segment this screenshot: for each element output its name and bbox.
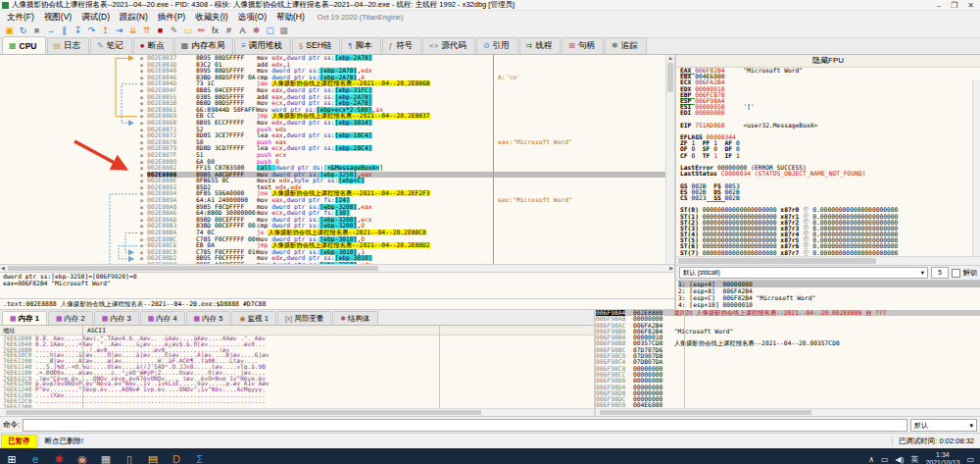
menu-item[interactable]: 视图(V): [39, 11, 76, 23]
disasm-row[interactable]: ● 002E8882 FF15 C87B3500 call dword ptr …: [0, 165, 666, 172]
breakpoint-dot[interactable]: ●: [140, 223, 143, 229]
disasm-row[interactable]: ● 002E88A6 64:8B0D 30000000 mov ecx,dwor…: [0, 210, 666, 217]
breakpoint-dot[interactable]: ●: [140, 127, 143, 132]
disasm-row[interactable]: ● 002E88D2 8B95 F0CFFFFF mov edx,dword p…: [0, 255, 666, 262]
tray-chevron-icon[interactable]: ∧: [868, 455, 874, 464]
display-icon[interactable]: ▭: [881, 455, 889, 464]
breakpoint-dot[interactable]: ●: [140, 145, 143, 151]
run-icon[interactable]: →: [44, 25, 57, 36]
breakpoint-dot[interactable]: ●: [140, 120, 143, 126]
disasm-row[interactable]: ● 002E8861 66:89844D 50FAFFFF mov word p…: [0, 107, 666, 114]
window-icon[interactable]: ▢: [264, 25, 276, 36]
argument-row[interactable]: 1: [esp+4] 00000000: [678, 281, 980, 287]
tab-断点[interactable]: ● 断点: [133, 37, 173, 54]
fx-icon[interactable]: fx: [209, 25, 221, 36]
open-file-icon[interactable]: ▣: [3, 25, 16, 36]
disasm-row[interactable]: ● 002E884D 73 1C jae 人像摄影协会线上课程报名表--2021…: [0, 80, 666, 87]
edge-icon[interactable]: e: [24, 448, 47, 464]
breakpoint-dot[interactable]: ●: [140, 62, 143, 68]
breakpoint-dot[interactable]: ●: [140, 68, 143, 74]
disasm-row[interactable]: ● 002E8872 8D85 3CE7FFFF lea eax,dword p…: [0, 132, 666, 139]
disasm-row[interactable]: ● 002E88C8 C785 F0CFFFFF 01000000 mov dw…: [0, 249, 666, 256]
arg-count-spinner[interactable]: 5: [931, 267, 949, 279]
breakpoint-dot[interactable]: ●: [140, 210, 143, 216]
dump-tab-内存 2[interactable]: ▦ 内存 2: [48, 311, 93, 325]
hash-icon[interactable]: #: [222, 25, 235, 36]
registers-vertical-scrollbar[interactable]: [972, 79, 980, 256]
tab-脚本[interactable]: ¶ 脚本: [341, 37, 380, 54]
close-button[interactable]: ✕: [967, 1, 974, 10]
menu-item[interactable]: 文件(F): [2, 11, 39, 23]
disasm-row[interactable]: ● 002E88BC C785 F0CFFFFF 00000000 mov dw…: [0, 236, 666, 243]
pause-icon[interactable]: ∥: [58, 25, 71, 36]
disasm-row[interactable]: ● 002E88C6 EB 0A jmp 人像摄影协会线上课程报名表--2021…: [0, 242, 666, 249]
disasm-row[interactable]: ● 002E8869 EB CC jmp 人像摄影协会线上课程报名表--2021…: [0, 113, 666, 120]
breakpoint-icon[interactable]: ■: [154, 25, 167, 36]
breakpoint-dot[interactable]: ●: [140, 94, 143, 100]
menu-item[interactable]: 插件(P): [153, 11, 190, 23]
register-line[interactable]: ST(7) 00000000000000000000 x87r7 空 0.000…: [680, 250, 980, 256]
disasm-row[interactable]: ● 002E8894 0F85 596A0000 jne 人像摄影协会线上课程报…: [0, 190, 666, 197]
dump-tab-内存 1[interactable]: ▦ 内存 1: [2, 311, 47, 325]
memory-dump-pane[interactable]: 地址ASCII 76E61000 8.8. Aæv.....Aæv(.".TAæ…: [0, 326, 594, 416]
tab-笔记[interactable]: ✎ 笔记: [90, 37, 132, 54]
disasm-row[interactable]: ● 002E8878 50 push eax eax:"Microsoft Wo…: [0, 139, 666, 146]
disasm-vertical-scrollbar[interactable]: ▲: [665, 55, 674, 264]
breakpoint-dot[interactable]: ●: [140, 230, 143, 235]
menu-item[interactable]: 收藏夹(I): [190, 11, 233, 23]
tab-符号[interactable]: ƒ 符号: [382, 37, 421, 54]
breakpoint-dot[interactable]: ●: [140, 255, 143, 261]
maximize-button[interactable]: ❐: [951, 1, 957, 10]
call-arguments-pane[interactable]: 1: [esp+4] 000000002: [esp+8] 006FA2B43:…: [676, 281, 980, 310]
restart-icon[interactable]: ↻: [17, 25, 29, 36]
breakpoint-dot[interactable]: ●: [140, 172, 143, 178]
breakpoint-dot[interactable]: ●: [140, 242, 143, 248]
breakpoint-dot[interactable]: ●: [140, 55, 143, 61]
stack-view-select[interactable]: 默认▾: [910, 419, 977, 432]
breakpoint-dot[interactable]: ●: [140, 178, 143, 183]
x32dbg-bug-icon[interactable]: ✱: [47, 448, 71, 464]
breakpoint-dot[interactable]: ●: [140, 165, 143, 171]
tab-内存布局[interactable]: ▦ 内存布局: [174, 37, 234, 54]
registers-pane[interactable]: EAX 006F82B4 "Microsoft Word"EBX 004E600…: [676, 68, 980, 256]
disasm-row[interactable]: ● 002E8871 52 push edx: [0, 127, 666, 133]
breakpoint-dot[interactable]: ●: [140, 132, 143, 138]
breakpoint-dot[interactable]: ●: [140, 113, 143, 119]
animate-icon[interactable]: ⇊: [126, 25, 139, 36]
tab-源代码[interactable]: <> 源代码: [422, 37, 475, 54]
breakpoint-dot[interactable]: ●: [140, 236, 143, 242]
disasm-row[interactable]: ● 002E8855 0385 88D5FFFF add eax,dword p…: [0, 94, 666, 101]
breakpoint-dot[interactable]: ●: [140, 75, 143, 80]
tab-线程[interactable]: ⇉ 线程: [519, 37, 562, 54]
argument-row[interactable]: 3: [esp+C] 006F82B4 "Microsoft Word": [678, 294, 980, 301]
eraser-icon[interactable]: ▭: [181, 25, 194, 36]
tab-调用堆栈[interactable]: ≡ 调用堆栈: [234, 37, 291, 54]
disasm-row[interactable]: ● 002E88BA 74 0C je 人像摄影协会线上课程报名表--2021-…: [0, 230, 666, 236]
disasm-row[interactable]: ● 002E8892 85D2 test edx,edx: [0, 184, 666, 191]
breakpoint-dot[interactable]: ●: [140, 184, 143, 190]
speaker-icon[interactable]: ◀): [896, 455, 905, 464]
tab-CPU[interactable]: ▦ CPU: [2, 36, 46, 54]
disasm-row[interactable]: ● 002E88A0 8985 F8CDFFFF mov dword ptr s…: [0, 204, 666, 211]
photo-app-icon[interactable]: ◉: [71, 448, 94, 464]
notification-icon[interactable]: ▭: [966, 455, 974, 464]
breakpoint-dot[interactable]: ●: [140, 249, 143, 255]
stack-pane[interactable]: 006F98A4 002E8888 返回到 人像摄影协会线上课程报名表--202…: [596, 310, 980, 416]
tab-SEH链[interactable]: § SEH链: [292, 37, 340, 54]
menu-item[interactable]: 跟踪(N): [115, 11, 153, 23]
dump-tab-内存 4[interactable]: ▦ 内存 4: [140, 311, 185, 325]
step-over-icon[interactable]: ↷: [85, 25, 98, 36]
disasm-row[interactable]: ● 002E8879 8D8D 3CD7FFFF lea ecx,dword p…: [0, 145, 666, 152]
disasm-row[interactable]: ● 002E889A 64:A1 24000000 mov eax,dword …: [0, 197, 666, 204]
dx-app-icon[interactable]: D: [165, 448, 188, 464]
hide-fpu-header[interactable]: 隐藏FPU: [676, 55, 980, 68]
font-icon[interactable]: A: [236, 25, 249, 36]
stop-icon[interactable]: ■: [30, 25, 43, 36]
disasm-row[interactable]: ● 002E883D 83C2 01 add edx,1: [0, 62, 666, 69]
dump-tab-局部变量[interactable]: [x] 局部变量: [277, 311, 331, 325]
registers-horizontal-scrollbar[interactable]: [676, 256, 980, 265]
disasm-row[interactable]: ● 002E885B 8B8D 88D5FFFF mov ecx,dword p…: [0, 100, 666, 107]
tab-引用[interactable]: ⊙ 引用: [476, 37, 518, 54]
tab-句柄[interactable]: ⊞ 句柄: [562, 37, 604, 54]
disassembly-pane[interactable]: ● 002E8837 8B95 88D5FFFF mov edx,dword p…: [0, 55, 674, 265]
